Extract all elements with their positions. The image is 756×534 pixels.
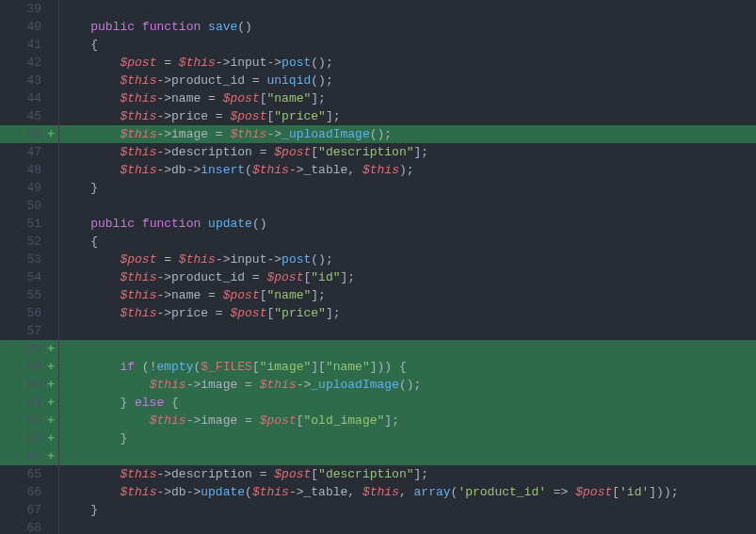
code-token: uniqid bbox=[266, 73, 311, 88]
code-line[interactable]: { bbox=[59, 36, 756, 54]
code-token: { bbox=[61, 235, 98, 249]
line-number-gutter: 3940414243444546474849505152535455565758… bbox=[0, 0, 58, 534]
code-token: -> bbox=[156, 288, 171, 302]
line-number: 53 bbox=[0, 251, 58, 268]
line-number: 58 bbox=[0, 340, 58, 358]
code-token: $this bbox=[362, 163, 399, 177]
code-token: price bbox=[171, 306, 208, 320]
code-token: "name" bbox=[267, 91, 312, 105]
code-line[interactable]: $this->description = $post["description"… bbox=[59, 143, 756, 161]
code-token: () bbox=[252, 217, 267, 231]
code-token: input bbox=[230, 56, 266, 70]
code-token: "description" bbox=[318, 145, 413, 159]
code-line[interactable]: $post = $this->input->post(); bbox=[59, 251, 756, 268]
code-token: $this bbox=[120, 145, 156, 159]
code-line[interactable] bbox=[59, 447, 756, 465]
line-number: 56 bbox=[0, 304, 58, 322]
code-token: post bbox=[281, 56, 311, 70]
line-number: 64 bbox=[0, 447, 58, 465]
code-line[interactable]: } bbox=[59, 179, 756, 197]
code-line[interactable]: $this->price = $post["price"]; bbox=[59, 304, 756, 322]
code-line[interactable]: $this->image = $this->_uploadImage(); bbox=[59, 376, 756, 394]
code-line[interactable] bbox=[59, 519, 756, 534]
code-token: update bbox=[201, 485, 245, 499]
code-line[interactable]: public function update() bbox=[59, 215, 756, 233]
code-token: -> bbox=[216, 56, 231, 70]
code-token: => bbox=[546, 485, 575, 499]
code-line[interactable]: if (!empty($_FILES["image"]["name"])) { bbox=[59, 358, 756, 376]
line-number: 62 bbox=[0, 412, 58, 429]
code-token: = bbox=[201, 91, 222, 105]
code-token: -> bbox=[297, 378, 312, 392]
code-token: image bbox=[201, 413, 237, 428]
code-token: -> bbox=[266, 252, 281, 267]
line-number: 66 bbox=[0, 483, 58, 501]
code-line[interactable]: $this->image = $post["old_image"]; bbox=[59, 412, 756, 429]
code-token: $post bbox=[274, 145, 311, 159]
code-token: -> bbox=[216, 252, 231, 267]
code-token bbox=[135, 217, 142, 231]
code-token bbox=[61, 56, 120, 70]
code-editor[interactable]: 3940414243444546474849505152535455565758… bbox=[0, 0, 756, 534]
code-line[interactable] bbox=[59, 340, 756, 358]
code-token: } bbox=[61, 503, 98, 517]
code-line[interactable]: public function save() bbox=[59, 18, 756, 36]
code-line[interactable] bbox=[59, 197, 756, 215]
line-number: 49 bbox=[0, 179, 58, 197]
code-token: -> bbox=[156, 145, 171, 159]
code-token: _table bbox=[304, 485, 348, 499]
code-token: = bbox=[201, 288, 222, 302]
code-area[interactable]: public function save() { $post = $this->… bbox=[58, 0, 756, 534]
line-number: 42 bbox=[0, 54, 58, 72]
code-line[interactable] bbox=[59, 322, 756, 340]
code-line[interactable]: { bbox=[59, 233, 756, 251]
code-token: $post bbox=[120, 56, 156, 70]
line-number: 60 bbox=[0, 376, 58, 394]
code-line[interactable]: } bbox=[59, 429, 756, 447]
code-line[interactable]: $this->description = $post["description"… bbox=[59, 465, 756, 483]
code-token: (); bbox=[311, 252, 332, 267]
code-token: $post bbox=[575, 485, 612, 499]
code-line[interactable] bbox=[59, 0, 756, 18]
code-token: $this bbox=[120, 109, 156, 123]
line-number: 57 bbox=[0, 322, 58, 340]
code-token: $this bbox=[260, 378, 297, 392]
code-token: _uploadImage bbox=[281, 127, 370, 141]
code-token: ])) { bbox=[370, 360, 407, 374]
code-token: $this bbox=[179, 56, 216, 70]
code-token: _table bbox=[304, 163, 348, 177]
code-token bbox=[61, 378, 150, 392]
code-line[interactable]: $this->product_id = uniqid(); bbox=[59, 72, 756, 89]
code-token: [ bbox=[297, 413, 304, 428]
code-token: ( bbox=[245, 163, 252, 177]
code-line[interactable]: $this->price = $post["price"]; bbox=[59, 107, 756, 125]
code-token: image bbox=[201, 378, 237, 392]
code-line[interactable]: $post = $this->input->post(); bbox=[59, 54, 756, 72]
code-line[interactable]: $this->name = $post["name"]; bbox=[59, 286, 756, 304]
code-token: = bbox=[208, 127, 230, 141]
code-line[interactable]: $this->db->update($this->_table, $this, … bbox=[59, 483, 756, 501]
code-token: "name" bbox=[267, 288, 312, 302]
code-token: -> bbox=[156, 270, 171, 284]
code-token: = bbox=[245, 73, 266, 88]
line-number: 65 bbox=[0, 465, 58, 483]
code-line[interactable]: } bbox=[59, 501, 756, 519]
code-token: -> bbox=[266, 127, 281, 141]
code-token: -> bbox=[289, 163, 304, 177]
code-token: "price" bbox=[274, 306, 326, 320]
code-token bbox=[61, 467, 120, 481]
line-number: 40 bbox=[0, 18, 58, 36]
code-token: = bbox=[252, 467, 274, 481]
code-line[interactable]: $this->name = $post["name"]; bbox=[59, 89, 756, 107]
code-token bbox=[201, 20, 208, 34]
code-line[interactable]: $this->product_id = $post["id"]; bbox=[59, 268, 756, 286]
code-token: $this bbox=[120, 270, 156, 284]
code-token: post bbox=[281, 252, 311, 267]
code-line[interactable]: $this->db->insert($this->_table, $this); bbox=[59, 161, 756, 179]
code-line[interactable]: $this->image = $this->_uploadImage(); bbox=[59, 125, 756, 143]
code-token bbox=[61, 306, 120, 320]
line-number: 44 bbox=[0, 89, 58, 107]
code-token: db bbox=[171, 163, 186, 177]
code-line[interactable]: } else { bbox=[59, 394, 756, 412]
code-token: $this bbox=[362, 485, 399, 499]
